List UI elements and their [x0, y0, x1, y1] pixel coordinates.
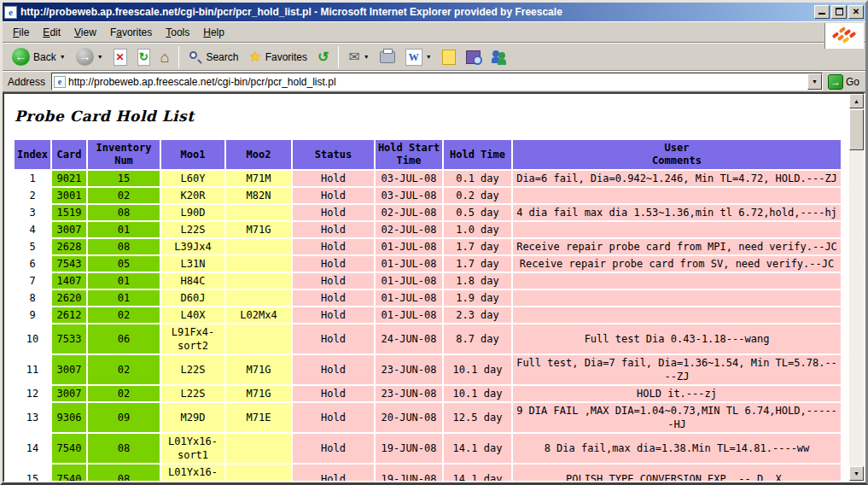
- cell-hold-start-time: 24-JUN-08: [376, 324, 442, 354]
- table-row: 6754305L31NHold01-JUL-081.7 dayReceive r…: [15, 256, 841, 272]
- cell-user-comments: [513, 273, 841, 289]
- cell-card: 3001: [52, 188, 86, 203]
- page-title: Probe Card Hold List: [15, 108, 849, 125]
- scrollbar-thumb[interactable]: [849, 109, 864, 150]
- cell-inventory-num: 08: [88, 205, 160, 220]
- cell-hold-time: 12.5 day: [444, 403, 511, 432]
- cell-inventory-num: 01: [88, 290, 160, 306]
- cell-hold-time: 1.0 day: [444, 222, 511, 237]
- search-button[interactable]: Search: [184, 44, 242, 69]
- close-button[interactable]: ✕: [848, 5, 864, 19]
- cell-user-comments: 4 dia fail max dia 1.53~1.36,min tl 6.72…: [513, 205, 841, 220]
- edit-dropdown-icon[interactable]: ▼: [426, 54, 432, 60]
- print-button[interactable]: [376, 44, 399, 69]
- back-icon: ←: [12, 48, 30, 66]
- research-button[interactable]: [462, 44, 485, 69]
- cell-user-comments: [513, 222, 841, 237]
- cell-card: 3007: [52, 222, 86, 237]
- title-bar[interactable]: e http://probeweb.ap.freescale.net/cgi-b…: [3, 3, 865, 21]
- cell-moo2: M71G: [226, 386, 291, 401]
- favorites-button[interactable]: ★ Favorites: [244, 44, 312, 69]
- cell-user-comments: Receive repair probe card from SV, need …: [513, 256, 841, 272]
- toolbar-separator: [338, 46, 339, 68]
- menu-view[interactable]: View: [67, 24, 103, 41]
- favorites-label: Favorites: [265, 51, 307, 63]
- cell-hold-start-time: 23-JUN-08: [376, 355, 442, 384]
- cell-inventory-num: 06: [88, 324, 160, 354]
- cell-hold-start-time: 23-JUN-08: [376, 386, 442, 401]
- stop-button[interactable]: ✕: [109, 44, 131, 69]
- scroll-down-button[interactable]: ▼: [849, 466, 864, 481]
- menu-help[interactable]: Help: [196, 24, 231, 41]
- cell-status: Hold: [293, 222, 374, 237]
- refresh-button[interactable]: ↻: [133, 44, 154, 69]
- home-button[interactable]: ⌂: [156, 44, 174, 69]
- address-field[interactable]: e ▼: [51, 73, 823, 91]
- window-title: http://probeweb.ap.freescale.net/cgi-bin…: [20, 6, 811, 18]
- vertical-scrollbar[interactable]: ▲ ▼: [849, 94, 864, 481]
- cell-hold-time: 10.1 day: [444, 355, 511, 384]
- cell-hold-time: 1.9 day: [444, 290, 511, 306]
- edit-with-word-button[interactable]: W ▼: [401, 44, 436, 69]
- stop-icon: ✕: [114, 49, 127, 66]
- cell-status: Hold: [293, 403, 374, 432]
- scroll-up-button[interactable]: ▲: [849, 94, 864, 108]
- minimize-button[interactable]: [814, 5, 830, 19]
- cell-card: 2628: [52, 239, 86, 254]
- cell-inventory-num: 08: [88, 465, 160, 481]
- cell-inventory-num: 15: [88, 171, 160, 186]
- back-button[interactable]: ← Back ▼: [8, 44, 70, 69]
- cell-status: Hold: [293, 465, 374, 481]
- table-row: 7140701H84CHold01-JUL-081.8 day: [15, 273, 841, 289]
- column-header-inventory-num: Inventory Num: [88, 140, 160, 169]
- cell-status: Hold: [293, 256, 374, 272]
- address-dropdown-button[interactable]: ▼: [807, 73, 822, 90]
- forward-dropdown-icon[interactable]: ▼: [97, 54, 103, 60]
- cell-index: 3: [15, 205, 50, 220]
- address-input[interactable]: [68, 74, 807, 89]
- table-row: 4300701L22SM71GHold02-JUL-081.0 day: [15, 222, 841, 237]
- cell-hold-start-time: 19-JUN-08: [376, 434, 442, 463]
- freescale-logo: [824, 23, 864, 49]
- go-button[interactable]: → Go: [826, 74, 863, 90]
- cell-card: 9021: [52, 171, 86, 186]
- menu-favorites[interactable]: Favorites: [103, 24, 159, 41]
- maximize-button[interactable]: [831, 5, 847, 19]
- cell-user-comments: [513, 290, 841, 306]
- notes-button[interactable]: [438, 44, 460, 69]
- cell-moo1: L22S: [161, 222, 224, 237]
- table-row: 5262808L39Jx4Hold01-JUL-081.7 dayReceive…: [15, 239, 841, 254]
- column-header-hold-time: Hold Time: [444, 140, 511, 169]
- forward-button[interactable]: → ▼: [72, 44, 108, 69]
- cell-index: 7: [15, 273, 50, 289]
- cell-index: 10: [15, 324, 50, 354]
- cell-moo1: L22S: [161, 355, 224, 384]
- table-row: 8262001D60JHold01-JUL-081.9 day: [15, 290, 841, 306]
- mail-button[interactable]: ✉ ▼: [344, 44, 373, 69]
- menu-tools[interactable]: Tools: [159, 24, 196, 41]
- print-icon: [380, 51, 395, 63]
- cell-moo1: H84C: [161, 273, 224, 289]
- table-row: 3151908L90DHold02-JUL-080.5 day4 dia fai…: [15, 205, 841, 220]
- cell-moo1: L31N: [161, 256, 224, 272]
- history-button[interactable]: ↺: [313, 44, 333, 69]
- refresh-icon: ↻: [137, 49, 150, 66]
- menu-file[interactable]: File: [6, 24, 36, 41]
- forward-icon: →: [76, 48, 94, 66]
- history-icon: ↺: [317, 50, 329, 65]
- messenger-button[interactable]: [486, 44, 512, 69]
- menu-edit[interactable]: Edit: [36, 24, 67, 41]
- cell-moo1: K20R: [161, 188, 224, 203]
- cell-card: 7533: [52, 324, 86, 354]
- cell-card: 1407: [52, 273, 86, 289]
- cell-inventory-num: 01: [88, 222, 160, 237]
- back-dropdown-icon[interactable]: ▼: [60, 54, 66, 60]
- cell-hold-time: 1.8 day: [444, 273, 511, 289]
- cell-hold-start-time: 02-JUL-08: [376, 205, 442, 220]
- cell-moo2: L02Mx4: [226, 307, 291, 323]
- mail-dropdown-icon[interactable]: ▼: [364, 54, 370, 60]
- close-icon: ✕: [853, 7, 859, 16]
- ie-app-icon: e: [4, 6, 17, 19]
- cell-status: Hold: [293, 307, 374, 323]
- cell-status: Hold: [293, 188, 374, 203]
